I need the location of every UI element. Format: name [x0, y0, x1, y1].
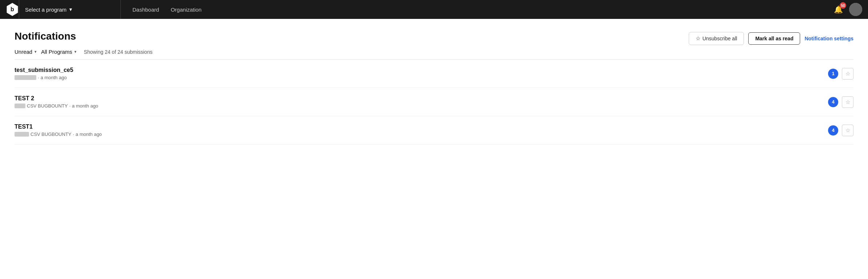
notification-subtitle: CSV BUGBOUNTY · a month ago [15, 103, 828, 109]
subtitle-separator: · [73, 132, 74, 137]
star-icon: ☆ [846, 70, 850, 77]
unread-count-badge: 4 [828, 125, 838, 136]
mark-all-read-button[interactable]: Mark all as read [748, 32, 800, 45]
subtitle-time: a month ago [72, 103, 98, 109]
unread-filter-label: Unread [15, 49, 32, 55]
programs-filter-dropdown[interactable]: All Programs ▾ [41, 49, 77, 55]
unread-filter-dropdown[interactable]: Unread ▾ [15, 49, 37, 55]
notification-title: TEST 2 [15, 95, 828, 102]
logo-letter: b [11, 6, 14, 13]
notification-button[interactable]: 🔔 50 [832, 3, 845, 16]
programs-filter-label: All Programs [41, 49, 72, 55]
unread-count-badge: 4 [828, 97, 838, 107]
unread-count-badge: 1 [828, 69, 838, 79]
notification-content: test_submission_ce5 · a month ago [15, 67, 828, 80]
star-icon: ☆ [696, 35, 700, 42]
navbar: b Select a program ▾ Dashboard Organizat… [0, 0, 868, 19]
notification-subtitle: CSV BUGBOUNTY · a month ago [15, 132, 828, 137]
notification-subtitle: · a month ago [15, 75, 828, 80]
nav-links: Dashboard Organization [127, 7, 207, 13]
program-selector-label: Select a program [25, 7, 66, 13]
subtitle-time: a month ago [41, 75, 67, 80]
program-selector[interactable]: Select a program ▾ [19, 0, 120, 19]
nav-link-organization[interactable]: Organization [165, 7, 207, 13]
notification-title: TEST1 [15, 124, 828, 130]
notification-actions: 4 ☆ [828, 125, 853, 136]
chevron-down-icon: ▾ [69, 6, 72, 13]
star-button[interactable]: ☆ [842, 125, 853, 136]
notification-actions: 4 ☆ [828, 96, 853, 108]
subtitle-time: a month ago [75, 132, 102, 137]
notification-title: test_submission_ce5 [15, 67, 828, 73]
navbar-actions: 🔔 50 [832, 3, 862, 16]
filters-row: Unread ▾ All Programs ▾ Showing 24 of 24… [15, 49, 853, 55]
nav-link-dashboard[interactable]: Dashboard [127, 7, 165, 13]
redacted-text [15, 104, 25, 108]
notifications-title-block: Notifications [15, 31, 76, 42]
subtitle-separator: · [38, 75, 39, 80]
notification-actions: 1 ☆ [828, 68, 853, 80]
avatar[interactable] [849, 3, 862, 16]
notification-item[interactable]: test_submission_ce5 · a month ago 1 ☆ [15, 60, 853, 88]
notification-item[interactable]: TEST 2 CSV BUGBOUNTY · a month ago 4 ☆ [15, 88, 853, 116]
submissions-count: Showing 24 of 24 submissions [84, 49, 152, 55]
header-actions: ☆ Unsubscribe all Mark all as read Notif… [689, 32, 853, 45]
notification-list: test_submission_ce5 · a month ago 1 ☆ TE… [15, 60, 853, 145]
unread-chevron-icon: ▾ [34, 49, 37, 54]
unsubscribe-all-label: Unsubscribe all [703, 36, 737, 41]
redacted-text [15, 132, 29, 137]
avatar-image [849, 3, 862, 16]
star-icon: ☆ [846, 99, 850, 105]
star-icon: ☆ [846, 127, 850, 134]
redacted-text [15, 75, 36, 80]
notification-badge: 50 [840, 2, 846, 9]
notification-content: TEST1 CSV BUGBOUNTY · a month ago [15, 124, 828, 137]
star-button[interactable]: ☆ [842, 68, 853, 80]
page-title: Notifications [15, 31, 76, 42]
nav-divider [120, 0, 121, 19]
main-content: Notifications ☆ Unsubscribe all Mark all… [0, 19, 868, 279]
mark-all-read-label: Mark all as read [755, 36, 793, 41]
subtitle-program: CSV BUGBOUNTY [30, 132, 71, 137]
notification-content: TEST 2 CSV BUGBOUNTY · a month ago [15, 95, 828, 109]
notification-item[interactable]: TEST1 CSV BUGBOUNTY · a month ago 4 ☆ [15, 116, 853, 145]
app-logo[interactable]: b [6, 3, 19, 16]
subtitle-separator: · [69, 103, 71, 109]
unsubscribe-all-button[interactable]: ☆ Unsubscribe all [689, 32, 744, 45]
notification-settings-link[interactable]: Notification settings [804, 36, 853, 41]
star-button[interactable]: ☆ [842, 96, 853, 108]
programs-chevron-icon: ▾ [74, 49, 77, 54]
notifications-header: Notifications ☆ Unsubscribe all Mark all… [15, 31, 853, 45]
subtitle-program: CSV BUGBOUNTY [27, 103, 68, 109]
